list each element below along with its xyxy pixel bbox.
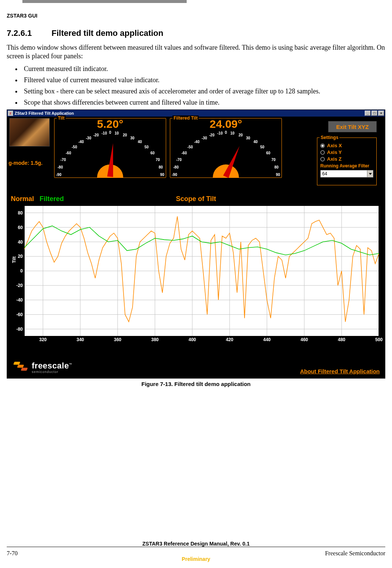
x-tick: 360: [114, 337, 121, 342]
legend-normal: Normal: [11, 195, 34, 203]
scope-legend: Normal Filtered: [11, 195, 64, 203]
y-tick: -20: [14, 283, 23, 288]
bullet-list: Current measured tilt indicator. Filtere…: [22, 64, 385, 107]
g-mode-label: g-mode: 1.5g.: [9, 160, 43, 166]
tilt-gauge-box: Tilt 5.20° -90 -80 -70 -60 -50 -40 -30 -…: [54, 118, 166, 178]
footer-right: Freescale Semiconductor: [325, 550, 385, 557]
list-item: Scope that shows differencies between cu…: [22, 98, 385, 107]
axis-z-label: Axis Z: [327, 156, 342, 162]
x-tick: 500: [375, 337, 383, 342]
axis-y-label: Axis Y: [327, 149, 342, 155]
filter-order-select[interactable]: 64: [320, 170, 373, 178]
y-tick: -60: [14, 312, 23, 317]
x-tick: 480: [338, 337, 345, 342]
app-window: Z ZStar3 Filtered Tilt Application _ □ ×…: [7, 109, 385, 379]
settings-legend: Settings: [320, 135, 339, 140]
logo-mark-icon: [14, 360, 28, 374]
x-tick: 440: [263, 337, 271, 342]
x-tick: 320: [39, 337, 47, 342]
running-header: ZSTAR3 GUI: [7, 13, 385, 19]
thumbnail-image: [9, 118, 50, 146]
footer-center: ZSTAR3 Reference Design Manual, Rev. 0.1: [7, 541, 385, 547]
x-tick: 340: [77, 337, 84, 342]
close-button[interactable]: ×: [378, 111, 384, 116]
y-tick: 60: [14, 225, 23, 230]
figure-caption: Figure 7-13. Filtered tilt demo applicat…: [7, 381, 385, 387]
page-number: 7-70: [7, 550, 18, 557]
radio-axis-x[interactable]: [320, 143, 325, 148]
y-tick: -80: [14, 327, 23, 332]
tilt-value: 5.20°: [97, 118, 123, 130]
window-title: ZStar3 Filtered Tilt Application: [15, 111, 74, 115]
y-tick: 20: [14, 254, 23, 259]
y-tick: 80: [14, 210, 23, 216]
running-average-label: Running Average Filter: [320, 163, 373, 169]
decorative-shade: [63, 393, 131, 406]
preliminary-label: Preliminary: [7, 556, 385, 562]
maximize-button[interactable]: □: [371, 111, 377, 116]
x-tick: 460: [301, 337, 308, 342]
radio-axis-y[interactable]: [320, 150, 325, 155]
section-number: 7.2.6.1: [7, 28, 52, 38]
about-link[interactable]: About Filtered Tilt Application: [300, 368, 380, 374]
y-tick: -40: [14, 297, 23, 303]
app-icon: Z: [8, 111, 13, 116]
y-tick: 0: [14, 268, 23, 274]
list-item: Filtered value of current measured value…: [22, 75, 385, 85]
select-value: 64: [321, 171, 367, 176]
settings-box: Settings Axis X Axis Y Axis Z Running Av…: [317, 138, 377, 185]
intro-paragraph: This demo window shows different between…: [7, 43, 385, 60]
list-item: Setting box - there can be select measur…: [22, 86, 385, 96]
scope-chart: [24, 206, 379, 336]
freescale-logo: freescale™ semiconductor: [14, 360, 72, 374]
brand-name: freescale: [32, 361, 69, 370]
scope-title: Scope of Tilt: [176, 195, 216, 203]
legend-filtered: Filtered: [40, 195, 64, 203]
axis-x-label: Axis X: [327, 143, 342, 148]
x-tick: 420: [226, 337, 233, 342]
minimize-button[interactable]: _: [365, 111, 371, 116]
y-tick: 40: [14, 240, 23, 245]
section-title: Filtered tilt demo application: [52, 28, 163, 38]
filtered-tilt-gauge-box: Filtered Tilt 24.09° -90 -80 -70 -60 -50…: [170, 118, 282, 178]
list-item: Current measured tilt indicator.: [22, 64, 385, 74]
x-tick: 400: [189, 337, 196, 342]
chevron-down-icon[interactable]: [367, 170, 373, 177]
filtered-tilt-value: 24.09°: [209, 118, 242, 130]
footer-rule: [7, 547, 385, 547]
exit-button[interactable]: Exit Tilt XYZ: [328, 121, 377, 132]
decorative-bar: [22, 0, 187, 3]
x-tick: 380: [151, 337, 159, 342]
radio-axis-z[interactable]: [320, 157, 325, 161]
